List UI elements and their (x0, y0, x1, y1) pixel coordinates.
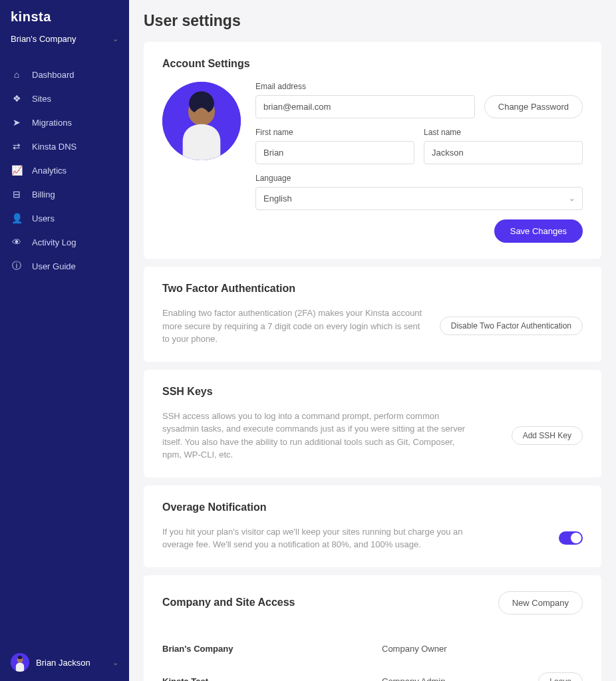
main-content: User settings Account Settings Email add… (129, 0, 616, 681)
sidebar-item-label: Billing (32, 190, 55, 200)
account-settings-title: Account Settings (162, 58, 583, 70)
email-field[interactable] (255, 95, 475, 118)
last-name-label: Last name (424, 128, 583, 137)
change-password-button[interactable]: Change Password (484, 95, 583, 118)
language-value: English (263, 194, 292, 204)
email-label: Email address (255, 82, 475, 91)
chevron-down-icon: ⌄ (112, 35, 118, 43)
sidebar-item-label: Dashboard (32, 70, 75, 80)
company-selector-label: Brian's Company (11, 34, 77, 44)
company-access-title: Company and Site Access (162, 597, 295, 609)
company-row: Brian's Company Company Owner (162, 634, 583, 663)
user-avatar-large (162, 82, 241, 160)
last-name-field[interactable] (424, 141, 583, 164)
company-name: Brian's Company (162, 644, 382, 654)
company-row: Kinsta Test Company Admin Leave (162, 663, 583, 682)
sidebar-item-label: Analytics (32, 166, 67, 176)
sidebar-item-activity[interactable]: 👁 Activity Log (0, 230, 129, 254)
add-ssh-key-button[interactable]: Add SSH Key (512, 426, 583, 445)
ssh-keys-card: SSH Keys SSH access allows you to log in… (144, 370, 601, 477)
ssh-keys-title: SSH Keys (162, 386, 583, 398)
chevron-down-icon: ⌄ (569, 194, 575, 203)
migrations-icon: ➤ (11, 116, 23, 128)
sites-icon: ❖ (11, 92, 23, 104)
sidebar-item-label: Migrations (32, 118, 72, 128)
company-selector[interactable]: Brian's Company ⌄ (0, 29, 129, 56)
company-role: Company Owner (382, 644, 530, 654)
sidebar-item-label: Kinsta DNS (32, 142, 77, 152)
dns-icon: ⇄ (11, 140, 23, 152)
language-label: Language (255, 174, 583, 183)
disable-2fa-button[interactable]: Disable Two Factor Authentication (440, 317, 583, 335)
sidebar-item-label: User Guide (32, 261, 76, 271)
chevron-down-icon: ⌄ (112, 658, 118, 667)
sidebar-item-migrations[interactable]: ➤ Migrations (0, 110, 129, 134)
overage-toggle[interactable] (559, 531, 583, 545)
save-changes-button[interactable]: Save Changes (494, 219, 583, 243)
user-name: Brian Jackson (36, 658, 112, 668)
account-settings-card: Account Settings Email address Change Pa… (144, 42, 601, 259)
guide-icon: ⓘ (11, 260, 23, 272)
sidebar: kinsta Brian's Company ⌄ ⌂ Dashboard ❖ S… (0, 0, 129, 681)
sidebar-item-dashboard[interactable]: ⌂ Dashboard (0, 63, 129, 86)
first-name-label: First name (255, 128, 414, 137)
new-company-button[interactable]: New Company (498, 591, 583, 614)
overage-description: If you hit your plan's visitor cap we'll… (162, 525, 468, 551)
sidebar-item-label: Sites (32, 94, 51, 104)
sidebar-item-analytics[interactable]: 📈 Analytics (0, 158, 129, 182)
analytics-icon: 📈 (11, 164, 23, 176)
overage-title: Overage Notification (162, 501, 583, 513)
sidebar-item-dns[interactable]: ⇄ Kinsta DNS (0, 134, 129, 158)
activity-icon: 👁 (11, 236, 23, 248)
first-name-field[interactable] (255, 141, 414, 164)
sidebar-item-sites[interactable]: ❖ Sites (0, 86, 129, 110)
sidebar-item-billing[interactable]: ⊟ Billing (0, 182, 129, 206)
two-factor-card: Two Factor Authentication Enabling two f… (144, 267, 601, 362)
company-access-card: Company and Site Access New Company Bria… (144, 575, 601, 682)
company-role: Company Admin (382, 676, 530, 681)
sidebar-item-label: Activity Log (32, 237, 76, 247)
user-menu[interactable]: Brian Jackson ⌄ (0, 644, 129, 681)
billing-icon: ⊟ (11, 188, 23, 200)
two-factor-description: Enabling two factor authentication (2FA)… (162, 307, 424, 346)
ssh-keys-description: SSH access allows you to log into a comm… (162, 410, 468, 462)
page-title: User settings (144, 12, 601, 30)
sidebar-nav: ⌂ Dashboard ❖ Sites ➤ Migrations ⇄ Kinst… (0, 56, 129, 644)
two-factor-title: Two Factor Authentication (162, 283, 583, 295)
home-icon: ⌂ (11, 68, 23, 80)
users-icon: 👤 (11, 212, 23, 224)
sidebar-item-users[interactable]: 👤 Users (0, 206, 129, 230)
user-avatar-small (11, 653, 29, 672)
overage-card: Overage Notification If you hit your pla… (144, 485, 601, 567)
sidebar-item-guide[interactable]: ⓘ User Guide (0, 254, 129, 278)
sidebar-item-label: Users (32, 213, 55, 223)
language-select[interactable]: English ⌄ (255, 187, 583, 210)
brand-logo: kinsta (0, 0, 129, 29)
leave-company-button[interactable]: Leave (538, 672, 583, 682)
company-name: Kinsta Test (162, 676, 382, 681)
